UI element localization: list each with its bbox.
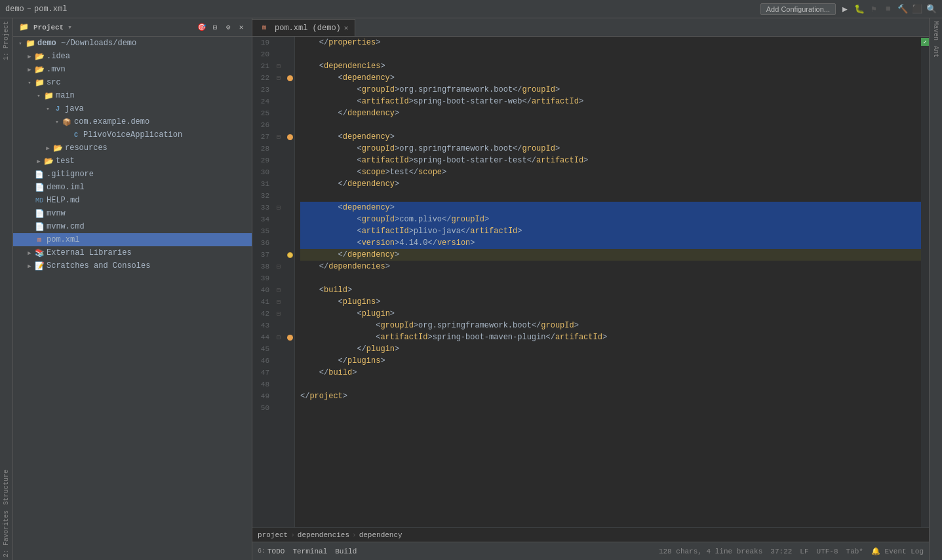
todo-label: TODO <box>267 548 285 555</box>
marker-37 <box>287 249 293 261</box>
line-30: 30 <box>254 166 269 178</box>
code-line-24: <artifactId>spring-boot-starter-web</art… <box>300 96 921 107</box>
tree-item-test[interactable]: ▶ 📂 test <box>13 155 252 168</box>
title-separator: – <box>27 5 31 14</box>
indent-style[interactable]: Tab* <box>846 548 863 555</box>
favorites-tool-label[interactable]: 2: Favorites <box>3 508 10 560</box>
line-ending[interactable]: LF <box>800 548 808 555</box>
editor-area: m pom.xml (demo) ✕ 19 20 21 22 23 24 25 … <box>252 18 929 560</box>
project-tool-label[interactable]: 1: Project <box>3 18 10 63</box>
add-configuration-button[interactable]: Add Configuration... <box>760 3 836 15</box>
tree-label-main: main <box>56 91 75 100</box>
arrow-demo: ▾ <box>16 39 25 48</box>
structure-tool-label[interactable]: Structure <box>3 467 10 508</box>
breadcrumb-project[interactable]: project <box>258 531 288 539</box>
code-line-23: <groupId>org.springframework.boot</group… <box>300 84 921 96</box>
line-38: 38 <box>254 261 269 272</box>
settings-icon[interactable]: ⚙ <box>223 22 233 33</box>
line-25: 25 <box>254 107 269 119</box>
tree-item-mvnwcmd[interactable]: ▶ 📄 mvnw.cmd <box>13 220 252 233</box>
tab-close-icon[interactable]: ✕ <box>344 24 349 32</box>
ant-tool-label[interactable]: Ant <box>932 43 939 60</box>
right-gutter-markers: ✓ <box>921 37 929 527</box>
fold-40[interactable]: ⊟ <box>277 284 281 296</box>
line-21: 21 <box>254 60 269 72</box>
terminal-window-icon[interactable]: ⬛ <box>912 4 922 14</box>
debug-icon[interactable]: 🐛 <box>854 4 865 14</box>
line-36: 36 <box>254 237 269 249</box>
folder-icon-main: 📁 <box>43 90 54 101</box>
code-line-44: <artifactId>spring-boot-maven-plugin</ar… <box>300 331 921 343</box>
encoding[interactable]: UTF-8 <box>817 548 838 555</box>
tab-pomxml[interactable]: m pom.xml (demo) ✕ <box>252 19 355 36</box>
tree-item-src[interactable]: ▾ 📁 src <box>13 76 252 89</box>
xml-icon: m <box>34 234 45 245</box>
todo-tool[interactable]: 6: TODO <box>258 548 285 555</box>
terminal-label: Terminal <box>292 548 327 555</box>
folder-icon-demo: 📁 <box>25 38 35 48</box>
stop-icon[interactable]: ■ <box>883 4 893 14</box>
code-line-36: <version>4.14.0</version> <box>300 237 921 249</box>
tree-item-demoitml[interactable]: ▶ 📄 demo.iml <box>13 181 252 194</box>
tree-item-gitignore[interactable]: ▶ 📄 .gitignore <box>13 168 252 181</box>
line-35: 35 <box>254 225 269 237</box>
fold-33[interactable]: ⊟ <box>277 202 281 214</box>
right-toolbar: Maven Ant <box>929 18 942 560</box>
tree-item-helpmd[interactable]: ▶ MD HELP.md <box>13 194 252 207</box>
sidebar: 📁 Project ▾ 🎯 ⊟ ⚙ ✕ ▾ 📁 demo ~/Downloads… <box>13 18 252 560</box>
tree-item-external-libs[interactable]: ▶ 📚 External Libraries <box>13 246 252 259</box>
terminal-tool[interactable]: Terminal <box>292 548 327 555</box>
fold-27[interactable]: ⊟ <box>277 131 281 143</box>
tree-item-main[interactable]: ▾ 📁 main <box>13 89 252 102</box>
code-line-33: <dependency> <box>300 202 921 214</box>
left-toolbar: 1: Project Structure 2: Favorites <box>0 18 13 560</box>
code-line-29: <artifactId>spring-boot-starter-test</ar… <box>300 155 921 166</box>
tree-item-scratches[interactable]: ▶ 📝 Scratches and Consoles <box>13 259 252 272</box>
fold-41[interactable]: ⊟ <box>277 296 281 308</box>
fold-38[interactable]: ⊟ <box>277 261 281 272</box>
tab-icon: m <box>259 23 269 33</box>
tree-item-class[interactable]: C PlivoVoiceApplication <box>13 128 252 141</box>
fold-42[interactable]: ⊟ <box>277 308 281 320</box>
code-line-21: <dependencies> <box>300 60 921 72</box>
coverage-icon[interactable]: ⚑ <box>869 4 879 14</box>
maven-tool-label[interactable]: Maven <box>932 18 939 43</box>
tree-label-src: src <box>47 78 61 87</box>
line-27: 27 <box>254 131 269 143</box>
tree-item-java[interactable]: ▾ J java <box>13 102 252 115</box>
tree-label-mvnw: mvnw <box>47 209 66 218</box>
arrow-main: ▾ <box>34 91 43 100</box>
char-count: 128 chars, 4 line breaks <box>659 548 762 555</box>
code-line-47: </build> <box>300 367 921 379</box>
close-sidebar-icon[interactable]: ✕ <box>236 22 246 33</box>
code-line-50 <box>300 402 921 414</box>
libs-icon: 📚 <box>34 248 45 258</box>
collapse-all-icon[interactable]: ⊟ <box>210 22 220 33</box>
find-icon[interactable]: 🔍 <box>926 4 937 14</box>
fold-21[interactable]: ⊟ <box>277 60 281 72</box>
breadcrumb-dependencies[interactable]: dependencies <box>298 531 349 539</box>
tree-item-mvnw[interactable]: ▶ 📄 mvnw <box>13 207 252 220</box>
fold-22[interactable]: ⊟ <box>277 72 281 84</box>
line-34: 34 <box>254 214 269 225</box>
tree-item-idea[interactable]: ▶ 📂 .idea <box>13 50 252 63</box>
tree-item-pomxml[interactable]: ▶ m pom.xml <box>13 233 252 246</box>
tree-item-package[interactable]: ▾ 📦 com.example.demo <box>13 115 252 128</box>
event-log[interactable]: 🔔 Event Log <box>871 547 924 555</box>
code-content[interactable]: </properties> <dependencies> <dependency… <box>295 37 921 527</box>
build-tool[interactable]: Build <box>335 548 357 555</box>
tree-item-demo[interactable]: ▾ 📁 demo ~/Downloads/demo <box>13 37 252 50</box>
code-line-42: <plugin> <box>300 308 921 320</box>
tab-label: pom.xml (demo) <box>275 24 341 33</box>
run-icon[interactable]: ▶ <box>840 4 850 14</box>
locate-icon[interactable]: 🎯 <box>197 22 207 33</box>
fold-44[interactable]: ⊟ <box>277 331 281 343</box>
tree-item-resources[interactable]: ▶ 📂 resources <box>13 141 252 155</box>
title-bar: demo – pom.xml Add Configuration... ▶ 🐛 … <box>0 0 942 18</box>
tree-item-mvn[interactable]: ▶ 📂 .mvn <box>13 63 252 76</box>
breadcrumb-dependency[interactable]: dependency <box>359 531 402 539</box>
sidebar-dropdown-icon[interactable]: ▾ <box>68 23 72 31</box>
line-45: 45 <box>254 343 269 355</box>
code-line-27: <dependency> <box>300 131 921 143</box>
build-icon[interactable]: 🔨 <box>897 4 908 14</box>
